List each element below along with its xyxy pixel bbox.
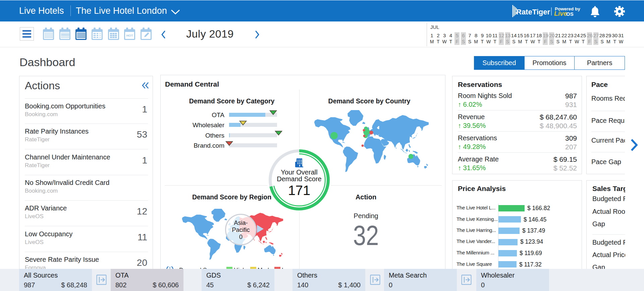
svg-text:OS: OS — [566, 11, 574, 17]
svg-text:HOT: HOT — [126, 34, 133, 37]
svg-text:RateTiger: RateTiger — [516, 8, 550, 16]
svg-text:Live: Live — [554, 10, 567, 17]
svg-text:Demand Score: Demand Score — [277, 175, 321, 183]
svg-text:Your Overall: Your Overall — [281, 168, 317, 176]
svg-text:171: 171 — [288, 183, 311, 198]
